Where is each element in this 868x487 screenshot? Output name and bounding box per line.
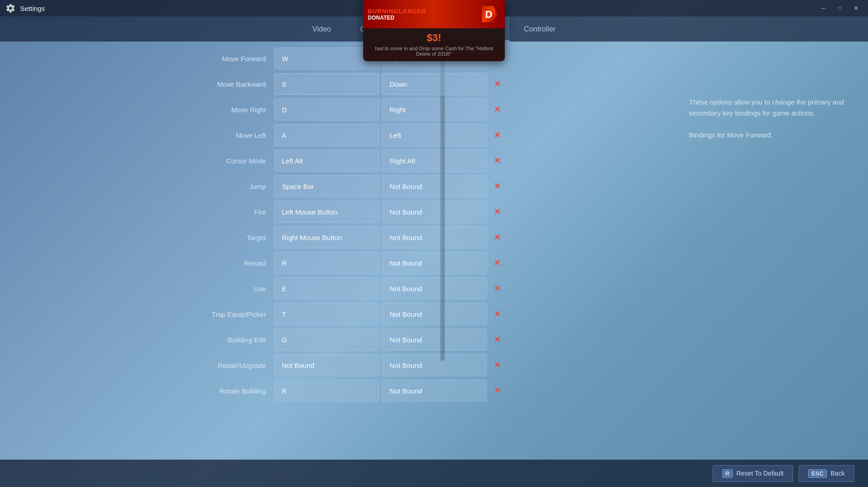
primary-key-cell[interactable]: Space Bar: [274, 175, 379, 197]
clear-binding-button[interactable]: ✕: [489, 204, 505, 220]
action-label: Trap Equip/Picker: [101, 310, 274, 318]
table-row: Reload R Not Bound ✕: [101, 251, 530, 275]
table-row: Fire Left Mouse Button Not Bound ✕: [101, 199, 530, 224]
donation-header: BURNINGLANCER DONATED D: [363, 0, 505, 28]
action-label: Cursor Mode: [101, 157, 274, 165]
table-row: Trap Equip/Picker T Not Bound ✕: [101, 302, 530, 326]
donation-message: had to come in and Drop some Cash for Th…: [369, 46, 499, 57]
svg-text:D: D: [485, 9, 492, 20]
primary-key-cell[interactable]: G: [274, 329, 379, 351]
reset-label: Reset To Default: [736, 470, 783, 477]
primary-key-cell[interactable]: Left Mouse Button: [274, 201, 379, 223]
secondary-key-cell[interactable]: Not Bound: [382, 303, 487, 325]
table-row: Jump Space Bar Not Bound ✕: [101, 174, 530, 199]
secondary-key-cell[interactable]: Not Bound: [382, 201, 487, 223]
clear-binding-button[interactable]: ✕: [489, 76, 505, 92]
secondary-key-cell[interactable]: Down: [382, 73, 487, 95]
close-button[interactable]: ✕: [850, 4, 863, 13]
action-label: Repair/Upgrade: [101, 361, 274, 369]
action-label: Use: [101, 285, 274, 293]
maximize-button[interactable]: □: [833, 4, 846, 13]
primary-key-cell[interactable]: T: [274, 303, 379, 325]
info-panel: These options allow you to change the pr…: [676, 83, 868, 432]
main-content: Move Forward W Up ✕ Move Backward S Down…: [0, 42, 868, 460]
table-row: Repair/Upgrade Not Bound Not Bound ✕: [101, 353, 530, 377]
table-row: Move Backward S Down ✕: [101, 72, 530, 96]
reset-to-default-button[interactable]: R Reset To Default: [713, 465, 794, 482]
clear-binding-button[interactable]: ✕: [489, 331, 505, 348]
action-label: Building Edit: [101, 336, 274, 344]
action-label: Move Left: [101, 131, 274, 139]
tab-controller[interactable]: Controller: [509, 16, 570, 42]
clear-binding-button[interactable]: ✕: [489, 382, 505, 399]
secondary-key-cell[interactable]: Not Bound: [382, 354, 487, 376]
action-label: Move Backward: [101, 80, 274, 88]
table-row: Cursor Mode Left Alt Right Alt ✕: [101, 148, 530, 173]
donation-body: $3! had to come in and Drop some Cash fo…: [363, 28, 505, 61]
scrollbar[interactable]: [440, 42, 445, 361]
table-row: Use E Not Bound ✕: [101, 276, 530, 301]
bindings-table: Move Forward W Up ✕ Move Backward S Down…: [101, 46, 530, 403]
title-bar-left: Settings: [5, 3, 45, 13]
clear-binding-button[interactable]: ✕: [489, 255, 505, 271]
back-label: Back: [831, 470, 845, 477]
secondary-key-cell[interactable]: Not Bound: [382, 252, 487, 274]
donor-name: BURNINGLANCER: [368, 8, 426, 15]
action-label: Move Right: [101, 106, 274, 114]
clear-binding-button[interactable]: ✕: [489, 306, 505, 322]
bottom-bar: R Reset To Default ESC Back: [0, 460, 868, 487]
clear-binding-button[interactable]: ✕: [489, 152, 505, 169]
secondary-key-cell[interactable]: Not Bound: [382, 278, 487, 299]
info-description: These options allow you to change the pr…: [689, 97, 855, 119]
table-row: Move Right D Right ✕: [101, 97, 530, 122]
secondary-key-cell[interactable]: Not Bound: [382, 329, 487, 351]
secondary-key-cell[interactable]: Right Alt: [382, 150, 487, 172]
tab-video[interactable]: Video: [298, 16, 346, 42]
table-row: Move Left A Left ✕: [101, 123, 530, 147]
bindings-area[interactable]: Move Forward W Up ✕ Move Backward S Down…: [101, 42, 530, 460]
clear-binding-button[interactable]: ✕: [489, 101, 505, 118]
secondary-key-cell[interactable]: Right: [382, 99, 487, 120]
back-button[interactable]: ESC Back: [799, 465, 854, 482]
clear-binding-button[interactable]: ✕: [489, 229, 505, 246]
action-label: Rotate Building: [101, 387, 274, 395]
window-title: Settings: [20, 5, 45, 12]
primary-key-cell[interactable]: R: [274, 380, 379, 402]
primary-key-cell[interactable]: Not Bound: [274, 354, 379, 376]
primary-key-cell[interactable]: D: [274, 99, 379, 120]
clear-binding-button[interactable]: ✕: [489, 127, 505, 143]
donation-action: DONATED: [368, 15, 426, 21]
table-row: Target Right Mouse Button Not Bound ✕: [101, 225, 530, 250]
primary-key-cell[interactable]: Left Alt: [274, 150, 379, 172]
secondary-key-cell[interactable]: Left: [382, 124, 487, 146]
donation-logo: D: [477, 3, 500, 26]
info-binding-info: Bindings for Move Forward.: [689, 130, 855, 141]
clear-binding-button[interactable]: ✕: [489, 178, 505, 194]
primary-key-cell[interactable]: R: [274, 252, 379, 274]
action-label: Jump: [101, 183, 274, 190]
donation-brand-icon: D: [480, 5, 498, 23]
primary-key-cell[interactable]: S: [274, 73, 379, 95]
action-label: Reload: [101, 259, 274, 267]
donation-toast: BURNINGLANCER DONATED D $3! had to come …: [363, 0, 505, 61]
reset-key-badge: R: [722, 469, 733, 478]
action-label: Move Forward: [101, 55, 274, 63]
secondary-key-cell[interactable]: Not Bound: [382, 226, 487, 248]
secondary-key-cell[interactable]: Not Bound: [382, 175, 487, 197]
secondary-key-cell[interactable]: Not Bound: [382, 380, 487, 402]
gear-icon: [5, 3, 16, 13]
clear-binding-button[interactable]: ✕: [489, 280, 505, 297]
title-bar-controls: ─ □ ✕: [817, 4, 863, 13]
primary-key-cell[interactable]: E: [274, 278, 379, 299]
donation-amount: $3!: [369, 32, 499, 44]
primary-key-cell[interactable]: A: [274, 124, 379, 146]
back-key-badge: ESC: [808, 469, 827, 478]
table-row: Rotate Building R Not Bound ✕: [101, 378, 530, 403]
table-row: Building Edit G Not Bound ✕: [101, 327, 530, 352]
minimize-button[interactable]: ─: [817, 4, 830, 13]
action-label: Target: [101, 234, 274, 241]
clear-binding-button[interactable]: ✕: [489, 357, 505, 373]
primary-key-cell[interactable]: Right Mouse Button: [274, 226, 379, 248]
action-label: Fire: [101, 208, 274, 216]
